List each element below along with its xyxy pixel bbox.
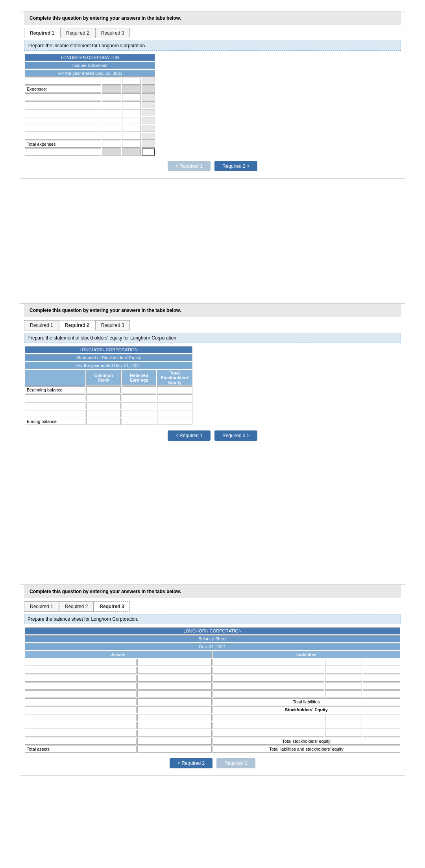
equity-row4-common[interactable]: [86, 410, 121, 417]
asset-row2-label[interactable]: [25, 667, 137, 674]
asset-row4-val[interactable]: [137, 683, 212, 690]
tab-required3-card2[interactable]: Required 3: [95, 320, 130, 330]
liab-row4-label[interactable]: [213, 683, 324, 690]
tab-required2-card3[interactable]: Required 2: [59, 601, 94, 612]
beginning-common[interactable]: [86, 386, 121, 393]
liab-row5-val1[interactable]: [325, 690, 362, 697]
card1-next-button[interactable]: Required 2 >: [214, 161, 257, 171]
ending-retained[interactable]: [122, 418, 156, 425]
exp-row5-amt2[interactable]: [122, 125, 141, 132]
liab-row4-val1[interactable]: [325, 683, 362, 690]
exp-row1-amt1[interactable]: [102, 93, 121, 100]
card1-prev-button[interactable]: < Required 1: [168, 161, 211, 171]
se-row3-val1[interactable]: [325, 730, 362, 737]
asset-row4-label[interactable]: [25, 683, 137, 690]
card3-next-button[interactable]: Required 2: [216, 758, 255, 768]
equity-row3-retained[interactable]: [122, 402, 156, 409]
se-row3-label[interactable]: [213, 730, 324, 737]
exp-row1-amt2[interactable]: [122, 93, 141, 100]
equity-row4-label[interactable]: [25, 410, 85, 417]
exp-row4-amt1[interactable]: [102, 117, 121, 124]
exp-row6-amt2[interactable]: [122, 133, 141, 140]
card3-prev-button[interactable]: < Required 2: [170, 758, 213, 768]
asset-row7-label[interactable]: [25, 706, 137, 713]
net-income-value[interactable]: [142, 148, 155, 156]
asset-row9-val[interactable]: [137, 722, 212, 729]
revenue-label-cell[interactable]: [25, 78, 101, 85]
se-row1-val1[interactable]: [325, 714, 362, 721]
net-income-label[interactable]: [25, 148, 101, 156]
asset-row10-val[interactable]: [137, 730, 212, 737]
liab-row3-val2[interactable]: [363, 675, 400, 682]
equity-row3-common[interactable]: [86, 402, 121, 409]
se-row1-val2[interactable]: [363, 714, 400, 721]
exp-row3-amt1[interactable]: [102, 109, 121, 116]
equity-row4-total[interactable]: [157, 410, 192, 417]
total-exp-amt2[interactable]: [122, 141, 141, 148]
asset-row7-val[interactable]: [137, 706, 212, 713]
asset-row11-val[interactable]: [137, 738, 212, 745]
se-row3-val2[interactable]: [363, 730, 400, 737]
asset-row8-val[interactable]: [137, 714, 212, 721]
asset-row3-label[interactable]: [25, 675, 137, 682]
exp-row6-label[interactable]: [25, 133, 101, 140]
ending-common[interactable]: [86, 418, 121, 425]
liab-row1-val2[interactable]: [363, 659, 400, 666]
tab-required2-card2[interactable]: Required 2: [59, 320, 95, 330]
liab-row5-label[interactable]: [213, 690, 324, 697]
exp-row5-amt1[interactable]: [102, 125, 121, 132]
liab-row4-val2[interactable]: [363, 683, 400, 690]
exp-row2-amt1[interactable]: [102, 101, 121, 108]
tab-required3-card3[interactable]: Required 3: [94, 601, 130, 612]
exp-row3-amt2[interactable]: [122, 109, 141, 116]
exp-row4-amt2[interactable]: [122, 117, 141, 124]
equity-row4-retained[interactable]: [122, 410, 156, 417]
se-row2-val1[interactable]: [325, 722, 362, 729]
liab-row5-val2[interactable]: [363, 690, 400, 697]
liab-row1-label[interactable]: [213, 659, 324, 666]
exp-row4-label[interactable]: [25, 117, 101, 124]
ending-total[interactable]: [157, 418, 192, 425]
equity-row2-total[interactable]: [157, 394, 192, 401]
tab-required1-card2[interactable]: Required 1: [24, 320, 59, 330]
equity-row2-common[interactable]: [86, 394, 121, 401]
exp-row6-amt1[interactable]: [102, 133, 121, 140]
equity-row3-label[interactable]: [25, 402, 85, 409]
asset-row2-val[interactable]: [137, 667, 212, 674]
exp-row3-label[interactable]: [25, 109, 101, 116]
total-assets-val[interactable]: [137, 746, 212, 753]
se-row2-val2[interactable]: [363, 722, 400, 729]
liab-row2-label[interactable]: [213, 667, 324, 674]
asset-row10-label[interactable]: [25, 730, 137, 737]
equity-row3-total[interactable]: [157, 402, 192, 409]
equity-row2-label[interactable]: [25, 394, 85, 401]
tab-required1-card3[interactable]: Required 1: [24, 601, 59, 612]
asset-row9-label[interactable]: [25, 722, 137, 729]
tab-required2-card1[interactable]: Required 2: [60, 28, 95, 38]
beginning-retained[interactable]: [122, 386, 156, 393]
liab-row3-label[interactable]: [213, 675, 324, 682]
tab-required1-card1[interactable]: Required 1: [24, 28, 60, 38]
exp-row1-label[interactable]: [25, 93, 101, 100]
total-exp-amt1[interactable]: [102, 141, 121, 148]
card2-next-button[interactable]: Required 3 >: [214, 430, 257, 441]
liab-row3-val1[interactable]: [325, 675, 362, 682]
asset-row5-val[interactable]: [137, 690, 212, 697]
equity-row2-retained[interactable]: [122, 394, 156, 401]
liab-row2-val2[interactable]: [363, 667, 400, 674]
asset-row11-label[interactable]: [25, 738, 137, 745]
asset-row8-label[interactable]: [25, 714, 137, 721]
exp-row2-amt2[interactable]: [122, 101, 141, 108]
card2-prev-button[interactable]: < Required 1: [168, 430, 211, 441]
asset-row3-val[interactable]: [137, 675, 212, 682]
se-row1-label[interactable]: [213, 714, 324, 721]
revenue-amt1[interactable]: [102, 78, 121, 85]
beginning-total[interactable]: [157, 386, 192, 393]
asset-row6-val[interactable]: [137, 698, 212, 705]
tab-required3-card1[interactable]: Required 3: [95, 28, 130, 38]
exp-row2-label[interactable]: [25, 101, 101, 108]
asset-row6-label[interactable]: [25, 698, 137, 705]
exp-row5-label[interactable]: [25, 125, 101, 132]
asset-row1-label[interactable]: [25, 659, 137, 666]
liab-row2-val1[interactable]: [325, 667, 362, 674]
